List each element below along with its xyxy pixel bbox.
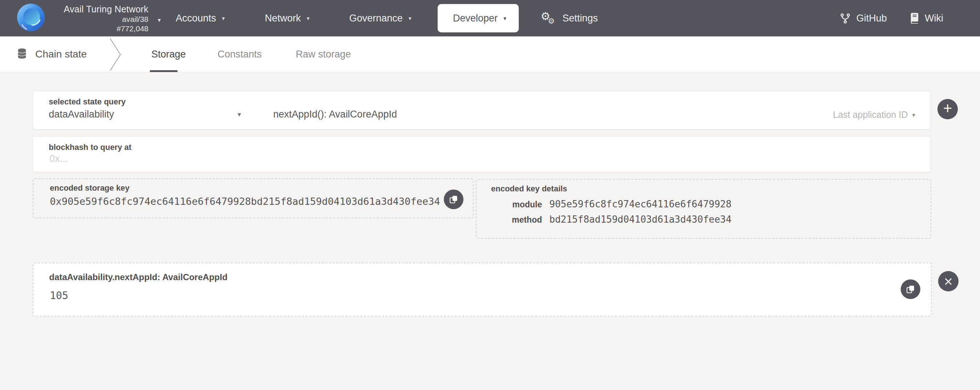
tab-constants-label: Constants [218, 49, 262, 60]
block-number: #772,048 [53, 24, 148, 33]
nav-item-developer[interactable]: Developer ▾ [438, 4, 519, 32]
encoded-storage-key-value: 0x905e59f6c8fc974ec64116e6f6479928bd215f… [50, 196, 440, 207]
github-link[interactable]: GitHub [840, 0, 887, 37]
nav-developer-label: Developer [453, 13, 498, 24]
nav-settings-label: Settings [562, 13, 598, 24]
brand-text: Avail Turing Network avail/38 ▾ #772,048 [53, 4, 148, 33]
nav-item-accounts[interactable]: Accounts ▾ [176, 0, 225, 37]
remove-query-button[interactable]: × [938, 271, 959, 291]
module-value: 905e59f6c8fc974ec64116e6f6479928 [549, 199, 732, 210]
chevron-down-icon: ▾ [409, 15, 411, 22]
close-icon: × [943, 274, 953, 288]
blockhash-label: blockhash to query at [49, 143, 131, 152]
code-branch-icon [840, 13, 851, 24]
nav-item-settings[interactable]: ⚙ ⚙ Settings [541, 0, 598, 37]
method-row: method bd215f8ad159d04103d61a3d430fee34 [477, 214, 931, 225]
query-result-card: dataAvailability.nextAppId: AvailCoreApp… [33, 263, 932, 317]
plus-icon: + [943, 101, 952, 116]
section-chain-state: Chain state [17, 37, 87, 72]
encoded-storage-key-label: encoded storage key [50, 183, 129, 193]
section-tabbar: Chain state Storage Constants Raw storag… [0, 37, 980, 72]
tab-raw-storage-label: Raw storage [296, 49, 351, 60]
copy-storage-key-button[interactable] [444, 189, 463, 209]
encoded-key-details-box: encoded key details module 905e59f6c8fc9… [476, 179, 931, 239]
pallet-dropdown[interactable]: dataAvailability [49, 109, 114, 120]
method-description[interactable]: Last application ID ▾ [833, 110, 915, 120]
tab-divider [109, 38, 122, 71]
copy-result-button[interactable] [901, 279, 920, 299]
chain-state-page: Avail Turing Network avail/38 ▾ #772,048… [0, 0, 980, 390]
module-label: module [477, 200, 542, 210]
method-label: method [477, 215, 542, 225]
blockhash-input[interactable] [49, 153, 909, 165]
blockhash-card: blockhash to query at [33, 137, 931, 172]
nav-governance-label: Governance [349, 13, 403, 24]
tab-constants[interactable]: Constants [218, 37, 262, 72]
chevron-down-icon: ▾ [307, 15, 310, 22]
chevron-down-icon: ▾ [222, 15, 225, 22]
copy-icon [449, 195, 458, 204]
nav-network-label: Network [265, 13, 301, 24]
method-description-label: Last application ID [833, 110, 908, 120]
nav-item-network[interactable]: Network ▾ [265, 0, 310, 37]
chevron-down-icon: ▾ [503, 15, 506, 22]
tab-storage-label: Storage [151, 49, 186, 60]
copy-icon [906, 285, 915, 294]
method-value: bd215f8ad159d04103d61a3d430fee34 [549, 214, 732, 225]
query-card: selected state query dataAvailability ▾ … [33, 91, 931, 129]
section-title: Chain state [35, 48, 87, 60]
wiki-link[interactable]: Wiki [909, 0, 943, 37]
avail-logo-icon [17, 3, 45, 32]
chevron-down-icon: ▾ [912, 111, 915, 119]
wiki-label: Wiki [925, 13, 943, 24]
book-icon [909, 13, 919, 24]
github-label: GitHub [856, 13, 887, 24]
chain-spec: avail/38 ▾ [53, 14, 148, 24]
gears-icon: ⚙ ⚙ [541, 9, 557, 28]
network-name: Avail Turing Network [53, 4, 148, 14]
top-navbar: Avail Turing Network avail/38 ▾ #772,048… [0, 0, 980, 37]
encoded-key-details-label: encoded key details [491, 184, 567, 194]
nav-accounts-label: Accounts [176, 13, 216, 24]
tab-storage[interactable]: Storage [151, 37, 186, 72]
encoded-storage-key-box: encoded storage key 0x905e59f6c8fc974ec6… [33, 178, 474, 218]
database-icon [17, 48, 27, 60]
avail-logo[interactable] [17, 3, 45, 33]
pallet-dropdown-value: dataAvailability [49, 109, 114, 120]
add-query-button[interactable]: + [937, 99, 958, 119]
chevron-down-icon[interactable]: ▾ [237, 110, 241, 118]
method-dropdown-value: nextAppId(): AvailCoreAppId [273, 109, 397, 120]
method-dropdown[interactable]: nextAppId(): AvailCoreAppId [273, 109, 397, 120]
tab-raw-storage[interactable]: Raw storage [296, 37, 351, 72]
nav-item-governance[interactable]: Governance ▾ [349, 0, 411, 37]
selected-state-query-label: selected state query [49, 97, 126, 107]
result-value: 105 [50, 290, 68, 302]
result-label: dataAvailability.nextAppId: AvailCoreApp… [49, 272, 228, 282]
brand: Avail Turing Network avail/38 ▾ #772,048 [17, 0, 148, 37]
chevron-down-icon: ▾ [158, 15, 161, 25]
module-row: module 905e59f6c8fc974ec64116e6f6479928 [477, 199, 931, 210]
